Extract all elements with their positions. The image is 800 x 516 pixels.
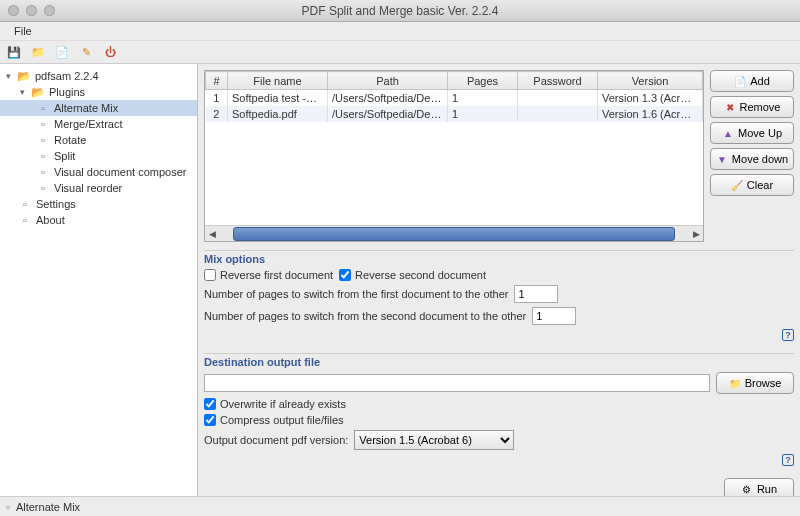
switch-first-input[interactable] — [514, 285, 558, 303]
cell-version: Version 1.3 (Acr… — [598, 90, 703, 107]
cell-filename: Softpedia.pdf — [228, 106, 328, 122]
open-icon[interactable]: 📁 — [30, 44, 46, 60]
tree-item-alternate-mix[interactable]: ▫ Alternate Mix — [0, 100, 197, 116]
cell-password — [518, 90, 598, 107]
col-path[interactable]: Path — [328, 72, 448, 90]
tree-item-visual-composer[interactable]: ▫ Visual document composer — [0, 164, 197, 180]
page-icon: ▫ — [36, 149, 50, 163]
exit-icon[interactable]: ⏻ — [102, 44, 118, 60]
cell-num: 2 — [206, 106, 228, 122]
tree-item-about[interactable]: ▫ About — [0, 212, 197, 228]
help-icon[interactable]: ? — [782, 454, 794, 466]
col-password[interactable]: Password — [518, 72, 598, 90]
reverse-first-checkbox[interactable]: Reverse first document — [204, 269, 333, 281]
section-title: Mix options — [204, 253, 794, 265]
cell-password — [518, 106, 598, 122]
output-version-select[interactable]: Version 1.5 (Acrobat 6) — [354, 430, 514, 450]
status-icon: ▫ — [6, 501, 10, 513]
tree-root[interactable]: ▾ 📂 pdfsam 2.2.4 — [0, 68, 197, 84]
save-icon[interactable]: 💾 — [6, 44, 22, 60]
cell-pages: 1 — [448, 90, 518, 107]
collapse-icon[interactable]: ▾ — [18, 87, 27, 97]
cell-path: /Users/Softpedia/De… — [328, 90, 448, 107]
tree-item-label: Split — [54, 150, 75, 162]
col-filename[interactable]: File name — [228, 72, 328, 90]
tree-item-split[interactable]: ▫ Split — [0, 148, 197, 164]
switch-second-label: Number of pages to switch from the secon… — [204, 310, 526, 322]
move-down-button[interactable]: ▼Move down — [710, 148, 794, 170]
arrow-down-icon: ▼ — [716, 153, 728, 165]
tree-item-label: Visual reorder — [54, 182, 122, 194]
page-icon: ▫ — [18, 197, 32, 211]
tree-item-label: Rotate — [54, 134, 86, 146]
col-pages[interactable]: Pages — [448, 72, 518, 90]
button-label: Add — [750, 75, 770, 87]
output-version-label: Output document pdf version: — [204, 434, 348, 446]
page-icon: ▫ — [36, 165, 50, 179]
button-label: Clear — [747, 179, 773, 191]
statusbar: ▫ Alternate Mix — [0, 496, 800, 516]
tree-item-label: Merge/Extract — [54, 118, 122, 130]
page-icon: ▫ — [36, 133, 50, 147]
folder-open-icon: 📂 — [31, 85, 45, 99]
table-row[interactable]: 1Softpedia test -…/Users/Softpedia/De…1V… — [206, 90, 703, 107]
collapse-icon[interactable]: ▾ — [4, 71, 13, 81]
page-icon: ▫ — [36, 101, 50, 115]
mix-options-section: Mix options Reverse first document Rever… — [204, 250, 794, 345]
tree-item-label: Alternate Mix — [54, 102, 118, 114]
status-text: Alternate Mix — [16, 501, 80, 513]
help-icon[interactable]: ? — [782, 329, 794, 341]
checkbox-label: Reverse first document — [220, 269, 333, 281]
reverse-second-checkbox[interactable]: Reverse second document — [339, 269, 486, 281]
add-button[interactable]: 📄Add — [710, 70, 794, 92]
edit-icon[interactable]: ✎ — [78, 44, 94, 60]
move-up-button[interactable]: ▲Move Up — [710, 122, 794, 144]
run-button[interactable]: ⚙Run — [724, 478, 794, 496]
scroll-right-icon[interactable]: ▶ — [689, 229, 703, 239]
destination-section: Destination output file 📁Browse Overwrit… — [204, 353, 794, 470]
button-label: Remove — [740, 101, 781, 113]
switch-first-label: Number of pages to switch from the first… — [204, 288, 508, 300]
button-label: Run — [757, 483, 777, 495]
horizontal-scrollbar[interactable]: ◀ ▶ — [205, 225, 703, 241]
page-icon: ▫ — [36, 181, 50, 195]
col-num[interactable]: # — [206, 72, 228, 90]
cell-num: 1 — [206, 90, 228, 107]
menu-file[interactable]: File — [6, 23, 40, 39]
scroll-left-icon[interactable]: ◀ — [205, 229, 219, 239]
button-label: Browse — [745, 377, 782, 389]
section-title: Destination output file — [204, 356, 794, 368]
button-label: Move Up — [738, 127, 782, 139]
scrollbar-thumb[interactable] — [233, 227, 675, 241]
remove-button[interactable]: ✖Remove — [710, 96, 794, 118]
browse-button[interactable]: 📁Browse — [716, 372, 794, 394]
toolbar: 💾 📁 📄 ✎ ⏻ — [0, 40, 800, 64]
cell-version: Version 1.6 (Acr… — [598, 106, 703, 122]
checkbox-label: Reverse second document — [355, 269, 486, 281]
cell-path: /Users/Softpedia/De… — [328, 106, 448, 122]
clear-button[interactable]: 🧹Clear — [710, 174, 794, 196]
cell-pages: 1 — [448, 106, 518, 122]
log-icon[interactable]: 📄 — [54, 44, 70, 60]
button-label: Move down — [732, 153, 788, 165]
tree-plugins[interactable]: ▾ 📂 Plugins — [0, 84, 197, 100]
table-row[interactable]: 2Softpedia.pdf/Users/Softpedia/De…1Versi… — [206, 106, 703, 122]
tree-item-merge-extract[interactable]: ▫ Merge/Extract — [0, 116, 197, 132]
clear-icon: 🧹 — [731, 179, 743, 191]
main-panel: # File name Path Pages Password Version … — [198, 64, 800, 496]
checkbox-label: Overwrite if already exists — [220, 398, 346, 410]
arrow-up-icon: ▲ — [722, 127, 734, 139]
tree-item-visual-reorder[interactable]: ▫ Visual reorder — [0, 180, 197, 196]
checkbox-label: Compress output file/files — [220, 414, 344, 426]
compress-checkbox[interactable]: Compress output file/files — [204, 414, 344, 426]
tree-item-rotate[interactable]: ▫ Rotate — [0, 132, 197, 148]
col-version[interactable]: Version — [598, 72, 703, 90]
overwrite-checkbox[interactable]: Overwrite if already exists — [204, 398, 346, 410]
destination-input[interactable] — [204, 374, 710, 392]
tree-item-settings[interactable]: ▫ Settings — [0, 196, 197, 212]
remove-icon: ✖ — [724, 101, 736, 113]
tree-item-label: Visual document composer — [54, 166, 186, 178]
window-title: PDF Split and Merge basic Ver. 2.2.4 — [0, 4, 800, 18]
add-icon: 📄 — [734, 75, 746, 87]
switch-second-input[interactable] — [532, 307, 576, 325]
